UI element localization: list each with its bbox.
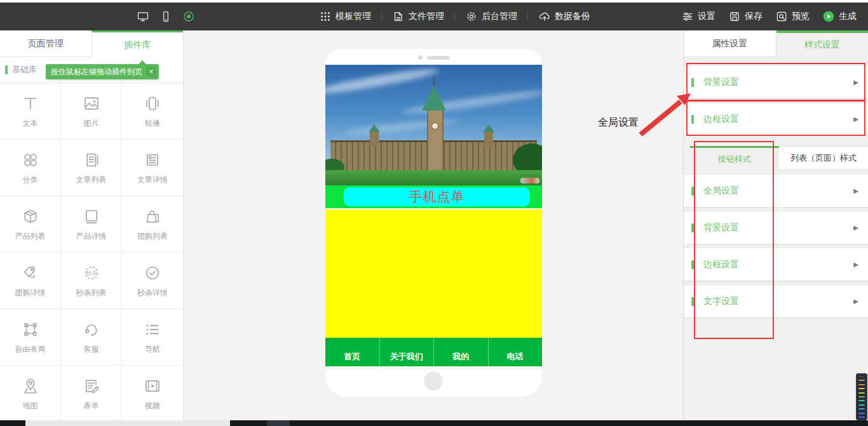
phone-camera-dot [418, 55, 423, 60]
sidebar-tabs: 页面管理 插件库 [0, 30, 183, 57]
article-detail-icon [143, 150, 162, 170]
toolbar-item-save[interactable]: 保存 [722, 10, 769, 23]
tab-page-management[interactable]: 页面管理 [0, 30, 92, 57]
monitor-icon[interactable] [137, 10, 149, 23]
link-icon[interactable] [182, 10, 195, 23]
row-label: 背景设置 [703, 222, 853, 234]
tab-style-settings[interactable]: 样式设置 [776, 30, 868, 57]
toolbar-item-label: 模板管理 [336, 11, 371, 22]
plugin-item-product-list[interactable]: 产品列表 [0, 196, 61, 253]
widget-stripe [858, 380, 865, 381]
toolbar-item-label: 预览 [792, 11, 810, 22]
plugin-grid: 文本图片轮播分类文章列表文章详情产品列表产品详情团购列表团购详情秒杀秒杀列表秒杀… [0, 83, 183, 422]
plugin-label: 文章详情 [137, 175, 168, 185]
accordion-row[interactable]: 全局设置▶ [684, 174, 868, 208]
toolbar-item-grid-menu[interactable]: 模板管理 [313, 10, 377, 23]
plugin-label: 文本 [23, 118, 38, 129]
plugin-item-video[interactable]: 视频 [122, 366, 183, 422]
phone-home-button[interactable] [424, 371, 443, 390]
accordion-row[interactable]: 背景设置▶ [684, 211, 868, 244]
file-icon [392, 10, 405, 23]
floating-side-widget[interactable] [856, 373, 867, 420]
accordion-row[interactable]: 背景设置▶ [684, 65, 868, 99]
plugin-item-carousel[interactable]: 轮播 [122, 83, 183, 140]
tooltip-close-icon[interactable]: × [146, 67, 156, 77]
nav-icon [143, 320, 162, 339]
scrollbar-thumb[interactable] [25, 420, 230, 426]
toolbar-divider [454, 12, 455, 21]
accordion-row[interactable]: 文字设置▶ [684, 284, 868, 318]
toolbar-item-gear[interactable]: 后台管理 [459, 10, 524, 23]
phone-nav-item[interactable]: 我的 [434, 338, 489, 366]
plugin-item-groupbuy-list[interactable]: 团购列表 [122, 196, 183, 253]
widget-stripe [858, 404, 865, 406]
plugin-label: 秒杀详情 [137, 288, 168, 298]
tab-property-settings[interactable]: 属性设置 [684, 30, 776, 57]
phone-nav-item[interactable]: 关于我们 [380, 338, 435, 366]
plugin-sidebar: 页面管理 插件库 基础库 按住鼠标左键拖动插件到页 × 文本图片轮播分类文章列表… [0, 30, 184, 420]
bottom-nav-plugin: 首页关于我们我的电话 [325, 338, 542, 366]
phone-nav-item[interactable]: 首页 [325, 338, 380, 366]
tab-button-style[interactable]: 按钮样式 [690, 146, 779, 170]
tab-list-page-style[interactable]: 列表（页面）样式 [779, 146, 868, 170]
chevron-right-icon: ▶ [853, 261, 858, 268]
plugin-label: 分类 [23, 175, 38, 185]
plugin-label: 轮播 [145, 118, 160, 129]
plugin-item-image[interactable]: 图片 [61, 83, 122, 140]
row-marker [691, 260, 694, 269]
plugin-item-groupbuy-detail[interactable]: 团购详情 [0, 253, 61, 309]
plugin-label: 团购详情 [15, 288, 46, 298]
toolbar-item-cloud-upload[interactable]: 数据备份 [532, 10, 597, 23]
toolbar-actions: 设置保存预览生成 [675, 3, 863, 30]
text-icon [21, 94, 40, 113]
toolbar-item-preview[interactable]: 预览 [769, 10, 816, 23]
chevron-right-icon: ▶ [853, 79, 858, 86]
plugin-label: 地图 [23, 401, 38, 411]
plugin-label: 自由布局 [15, 344, 46, 355]
phone-nav-item[interactable]: 电话 [489, 338, 543, 366]
phone-page-title: 手机点单 [409, 188, 465, 206]
groupbuy-detail-icon [21, 263, 40, 283]
toolbar-item-file[interactable]: 文件管理 [386, 10, 451, 23]
row-marker [691, 223, 694, 232]
plugin-item-seckill-detail[interactable]: 秒杀详情 [122, 253, 183, 309]
tower-roof [422, 85, 446, 110]
plugin-item-map[interactable]: 地图 [0, 366, 61, 422]
service-icon [82, 320, 101, 339]
tab-plugin-library[interactable]: 插件库 [92, 30, 184, 57]
chevron-right-icon: ▶ [853, 116, 858, 123]
plugin-item-nav[interactable]: 导航 [122, 309, 183, 366]
plugin-item-article-list[interactable]: 文章列表 [61, 140, 122, 196]
plugin-label: 文章列表 [76, 175, 107, 185]
building-turret [370, 132, 379, 146]
row-marker [691, 297, 694, 306]
plugin-item-service[interactable]: 客服 [61, 309, 122, 366]
title-bar-plugin[interactable]: 手机点单 [325, 185, 542, 208]
product-list-icon [21, 207, 40, 226]
device-preview-toggle-group [137, 3, 195, 30]
save-icon [728, 10, 741, 23]
form-icon [82, 376, 101, 396]
plugin-item-free-layout[interactable]: 自由布局 [0, 309, 61, 366]
hero-image-plugin[interactable] [325, 65, 542, 185]
accordion-row[interactable]: 边框设置▶ [684, 248, 868, 281]
title-pill: 手机点单 [344, 187, 530, 206]
plugin-item-text[interactable]: 文本 [0, 83, 61, 140]
plugin-item-seckill-list[interactable]: 秒杀秒杀列表 [61, 253, 122, 309]
content-block-plugin[interactable] [325, 210, 542, 338]
toolbar-item-sliders[interactable]: 设置 [675, 10, 722, 23]
plugin-item-form[interactable]: 表单 [61, 366, 122, 422]
chevron-right-icon: ▶ [853, 187, 858, 194]
widget-stripe [858, 416, 865, 418]
drag-hint-tooltip: 按住鼠标左键拖动插件到页 × [46, 64, 159, 79]
plugin-item-article-detail[interactable]: 文章详情 [122, 140, 183, 196]
plugin-item-category[interactable]: 分类 [0, 140, 61, 196]
accordion-row[interactable]: 边框设置▶ [684, 102, 868, 136]
smartphone-icon[interactable] [159, 10, 172, 23]
carousel-icon [143, 94, 162, 113]
plugin-item-product-detail[interactable]: 产品详情 [61, 196, 122, 253]
toolbar-item-generate[interactable]: 生成 [816, 10, 863, 23]
map-icon [21, 376, 40, 396]
tooltip-text: 按住鼠标左键拖动插件到页 [51, 67, 142, 77]
toolbar-item-label: 生成 [839, 11, 857, 22]
